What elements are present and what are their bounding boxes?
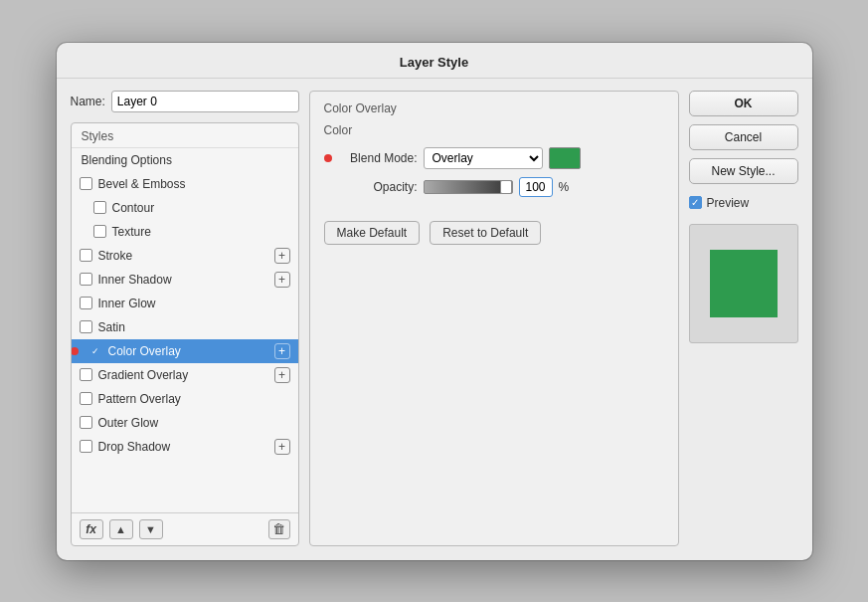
sidebar-item-label: Satin xyxy=(98,320,290,334)
sidebar-item-pattern-overlay[interactable]: Pattern Overlay xyxy=(72,387,298,411)
name-label: Name: xyxy=(71,95,105,108)
sidebar-item-label: Texture xyxy=(112,225,290,239)
preview-row: ✓ Preview xyxy=(689,196,798,210)
sidebar-item-label: Outer Glow xyxy=(98,416,290,430)
preview-area xyxy=(689,224,798,343)
left-panel: Name: Styles Blending Options Bevel & Em… xyxy=(71,91,299,546)
dialog-title: Layer Style xyxy=(57,43,812,79)
color-overlay-red-dot xyxy=(71,347,79,355)
texture-checkbox[interactable] xyxy=(93,225,106,238)
delete-button[interactable]: 🗑 xyxy=(268,519,290,539)
styles-header: Styles xyxy=(72,123,298,148)
sidebar-item-blending-options[interactable]: Blending Options xyxy=(72,148,298,172)
layer-style-dialog: Layer Style Name: Styles Blending Option… xyxy=(57,43,812,560)
satin-checkbox[interactable] xyxy=(80,320,92,333)
preview-box xyxy=(710,250,778,317)
opacity-percent: % xyxy=(559,180,570,194)
new-style-button[interactable]: New Style... xyxy=(689,158,798,184)
sidebar-item-drop-shadow[interactable]: Drop Shadow + xyxy=(72,435,298,459)
sidebar-item-label: Bevel & Emboss xyxy=(98,177,290,191)
sidebar-item-inner-glow[interactable]: Inner Glow xyxy=(72,292,298,315)
cancel-button[interactable]: Cancel xyxy=(689,124,798,150)
stroke-checkbox[interactable] xyxy=(80,249,92,262)
sidebar-item-label: Color Overlay xyxy=(108,344,274,358)
gradient-overlay-plus-button[interactable]: + xyxy=(274,367,290,383)
opacity-slider[interactable] xyxy=(424,180,513,194)
blend-mode-red-dot xyxy=(324,154,332,162)
bevel-emboss-checkbox[interactable] xyxy=(80,177,92,190)
sidebar-item-label: Contour xyxy=(112,201,290,215)
drop-shadow-checkbox[interactable] xyxy=(80,440,92,453)
sidebar-item-stroke[interactable]: Stroke + xyxy=(72,244,298,268)
color-overlay-checkbox[interactable]: ✓ xyxy=(89,344,102,357)
panel-section-title: Color Overlay xyxy=(324,101,664,115)
opacity-value-input[interactable] xyxy=(519,177,553,197)
sidebar-item-label: Drop Shadow xyxy=(98,440,274,454)
sidebar-item-label: Blending Options xyxy=(82,153,290,167)
pattern-overlay-checkbox[interactable] xyxy=(80,392,92,405)
preview-label: Preview xyxy=(707,196,750,210)
make-default-button[interactable]: Make Default xyxy=(324,221,421,245)
blend-mode-row: Blend Mode: Normal Dissolve Multiply Scr… xyxy=(324,147,664,169)
opacity-label: Opacity: xyxy=(338,180,418,194)
color-overlay-plus-button[interactable]: + xyxy=(274,343,290,359)
sidebar-item-label: Inner Shadow xyxy=(98,273,274,287)
sidebar-item-color-overlay[interactable]: ✓ Color Overlay + xyxy=(72,339,298,363)
sidebar-item-satin[interactable]: Satin xyxy=(72,315,298,339)
styles-toolbar: fx ▲ ▼ 🗑 xyxy=(72,512,298,545)
contour-checkbox[interactable] xyxy=(93,201,106,214)
stroke-plus-button[interactable]: + xyxy=(274,248,290,264)
fx-button[interactable]: fx xyxy=(80,519,103,539)
name-row: Name: xyxy=(71,91,299,112)
sidebar-item-label: Gradient Overlay xyxy=(98,368,274,382)
sidebar-item-texture[interactable]: Texture xyxy=(72,220,298,244)
inner-shadow-checkbox[interactable] xyxy=(80,273,92,286)
layer-name-input[interactable] xyxy=(111,91,299,112)
move-up-button[interactable]: ▲ xyxy=(109,519,133,539)
styles-panel: Styles Blending Options Bevel & Emboss C… xyxy=(71,122,299,546)
right-panel: OK Cancel New Style... ✓ Preview xyxy=(689,91,798,546)
panel-sub-title: Color xyxy=(324,123,664,137)
opacity-row: Opacity: % xyxy=(324,177,664,197)
sidebar-item-inner-shadow[interactable]: Inner Shadow + xyxy=(72,268,298,292)
blend-mode-select[interactable]: Normal Dissolve Multiply Screen Overlay … xyxy=(424,147,543,169)
move-down-button[interactable]: ▼ xyxy=(139,519,163,539)
action-buttons: Make Default Reset to Default xyxy=(324,221,664,245)
preview-checkbox[interactable]: ✓ xyxy=(689,196,702,209)
center-panel: Color Overlay Color Blend Mode: Normal D… xyxy=(309,91,679,546)
reset-default-button[interactable]: Reset to Default xyxy=(430,221,541,245)
color-swatch[interactable] xyxy=(549,147,581,169)
outer-glow-checkbox[interactable] xyxy=(80,416,92,429)
ok-button[interactable]: OK xyxy=(689,91,798,116)
sidebar-item-label: Inner Glow xyxy=(98,297,290,310)
sidebar-item-bevel-emboss[interactable]: Bevel & Emboss xyxy=(72,172,298,196)
inner-shadow-plus-button[interactable]: + xyxy=(274,272,290,288)
sidebar-item-label: Stroke xyxy=(98,249,274,263)
sidebar-item-label: Pattern Overlay xyxy=(98,392,290,406)
drop-shadow-plus-button[interactable]: + xyxy=(274,439,290,455)
gradient-overlay-checkbox[interactable] xyxy=(80,368,92,381)
blend-mode-label: Blend Mode: xyxy=(338,151,418,165)
sidebar-item-contour[interactable]: Contour xyxy=(72,196,298,220)
inner-glow-checkbox[interactable] xyxy=(80,297,92,309)
sidebar-item-outer-glow[interactable]: Outer Glow xyxy=(72,411,298,435)
sidebar-item-gradient-overlay[interactable]: Gradient Overlay + xyxy=(72,363,298,387)
